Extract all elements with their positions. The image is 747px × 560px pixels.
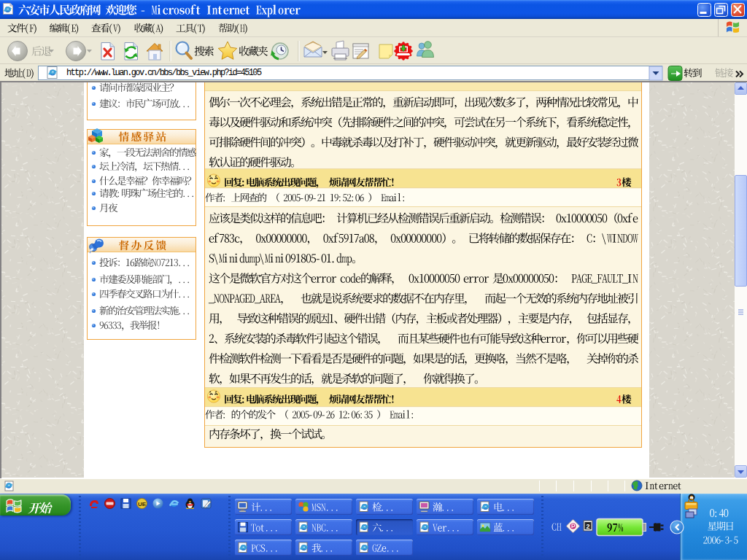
- svg-text:UE: UE: [138, 501, 147, 508]
- svg-text:2: 2: [586, 523, 589, 530]
